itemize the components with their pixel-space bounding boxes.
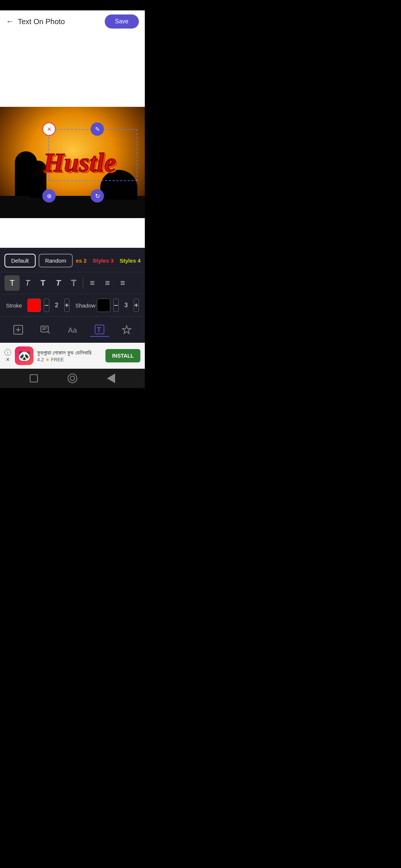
delete-handle[interactable]: ✕ [42, 122, 56, 136]
panda-icon: 🐼 [18, 350, 31, 362]
back-button[interactable]: ← [6, 17, 14, 26]
font-bold-italic-button[interactable]: T [50, 275, 66, 291]
text-style-tool-button[interactable]: T [90, 323, 109, 337]
font-bold-button[interactable]: T [35, 275, 50, 291]
status-bar [0, 0, 145, 10]
nav-recents-button[interactable] [68, 374, 77, 383]
white-space-below [0, 218, 145, 248]
svg-text:T: T [97, 326, 101, 333]
font-normal-button[interactable]: T [4, 275, 20, 291]
style-tab-scroll: es 2 Styles 3 Styles 4 Sty [76, 257, 140, 264]
stroke-color-swatch[interactable] [27, 299, 41, 312]
shadow-color-swatch[interactable] [97, 299, 110, 312]
align-center-button[interactable]: ≡ [100, 275, 115, 291]
close-icon: ✕ [47, 126, 52, 133]
stroke-value: 2 [52, 302, 61, 309]
move-handle[interactable]: ⊕ [42, 189, 56, 203]
align-right-button[interactable]: ≡ [115, 275, 130, 291]
random-style-button[interactable]: Random [39, 254, 73, 267]
edit-icon [40, 325, 50, 335]
style-tab-3[interactable]: Styles 3 [92, 257, 114, 264]
ad-free-label: FREE [51, 357, 64, 362]
font-icon: Aa [67, 325, 78, 335]
top-bar-left: ← Text On Photo [6, 17, 65, 26]
stroke-decrement-button[interactable]: − [44, 299, 49, 312]
default-style-button[interactable]: Default [4, 254, 36, 267]
page-title: Text On Photo [18, 17, 65, 26]
rotate-icon: ↻ [95, 193, 100, 200]
edit-tool-button[interactable] [36, 323, 55, 336]
ad-banner: i ✕ 🐼 ফুডপান্ডা লোকাল ফুড ডেলিভারি 4.2 ★… [0, 343, 145, 369]
style-tab-es2[interactable]: es 2 [76, 257, 87, 264]
home-icon [30, 374, 38, 382]
nav-back-button[interactable] [107, 374, 115, 383]
stroke-label: Stroke [6, 302, 25, 309]
shadow-increment-button[interactable]: + [134, 299, 139, 312]
ad-rating: 4.2 [37, 357, 44, 362]
recents-icon [68, 374, 77, 383]
stroke-shadow-row: Stroke − 2 + Shadow − 3 + [0, 294, 145, 316]
shadow-value: 3 [122, 302, 131, 309]
font-style-row: T T T T T ≡ ≡ ≡ [0, 272, 145, 294]
ad-text: ফুডপান্ডা লোকাল ফুড ডেলিভারি 4.2 ★ FREE [37, 349, 102, 362]
svg-text:Aa: Aa [68, 326, 77, 334]
photo-canvas[interactable]: ✕ ✎ ⊕ ↻ Hustle [0, 107, 145, 218]
style-tab-4[interactable]: Styles 4 [120, 257, 140, 264]
back-icon [107, 374, 115, 383]
ad-star-icon: ★ [45, 357, 50, 362]
edit-handle[interactable]: ✎ [91, 122, 104, 136]
style-tabs-row: Default Random es 2 Styles 3 Styles 4 St… [0, 248, 145, 272]
effects-icon [121, 325, 132, 335]
shadow-label: Shadow [75, 302, 94, 309]
font-tool-button[interactable]: Aa [63, 323, 82, 336]
font-outline-button[interactable]: T [66, 275, 81, 291]
bottom-tools: Aa T [0, 316, 145, 343]
ad-controls: i ✕ [4, 349, 11, 362]
pencil-icon: ✎ [95, 126, 100, 133]
add-tool-button[interactable] [9, 323, 28, 336]
white-space-above [0, 33, 145, 107]
align-divider [83, 277, 83, 289]
ad-title: ফুডপান্ডা লোকাল ফুড ডেলিভারি [37, 349, 102, 356]
font-italic-button[interactable]: T [20, 275, 35, 291]
ad-subtitle: 4.2 ★ FREE [37, 357, 102, 362]
save-button[interactable]: Save [105, 14, 139, 29]
rotate-handle[interactable]: ↻ [91, 189, 104, 203]
bottom-panel: Default Random es 2 Styles 3 Styles 4 St… [0, 248, 145, 343]
effects-tool-button[interactable] [117, 323, 136, 336]
ad-close-button[interactable]: ✕ [6, 356, 10, 362]
hustle-text: Hustle [43, 148, 116, 177]
top-bar: ← Text On Photo Save [0, 10, 145, 33]
align-left-button[interactable]: ≡ [85, 275, 100, 291]
text-style-icon: T [94, 324, 105, 335]
nav-bar [0, 369, 145, 388]
ad-app-icon: 🐼 [15, 346, 33, 365]
move-icon: ⊕ [47, 193, 52, 200]
add-icon [13, 325, 23, 335]
svg-marker-9 [123, 326, 131, 333]
shadow-decrement-button[interactable]: − [113, 299, 119, 312]
nav-home-button[interactable] [30, 374, 38, 382]
stroke-increment-button[interactable]: + [64, 299, 70, 312]
ad-info-button[interactable]: i [4, 349, 11, 356]
install-button[interactable]: INSTALL [105, 349, 140, 362]
text-overlay[interactable]: Hustle [43, 149, 116, 176]
